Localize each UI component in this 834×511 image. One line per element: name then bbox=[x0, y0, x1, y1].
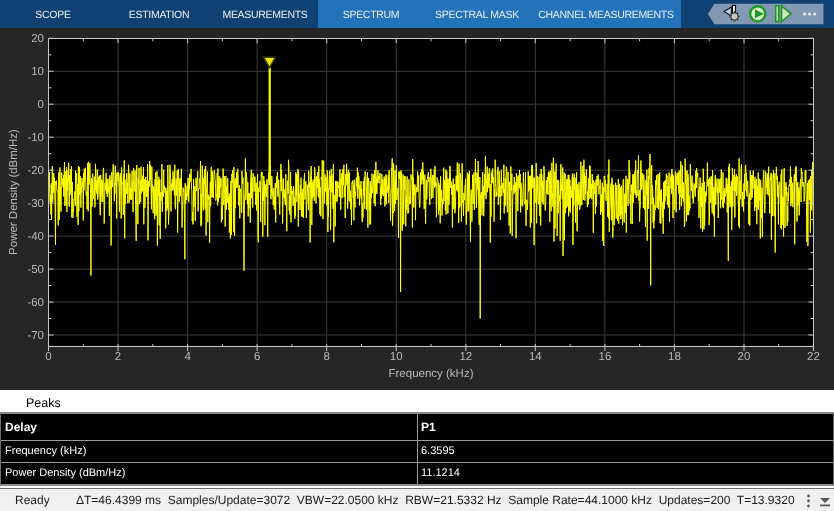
svg-text:14: 14 bbox=[529, 351, 542, 363]
svg-text:4: 4 bbox=[184, 351, 191, 363]
svg-text:16: 16 bbox=[599, 351, 612, 363]
svg-text:8: 8 bbox=[323, 351, 329, 363]
svg-text:-70: -70 bbox=[27, 330, 44, 342]
svg-text:Power Density (dBm/Hz): Power Density (dBm/Hz) bbox=[8, 129, 20, 255]
svg-text:-40: -40 bbox=[27, 231, 44, 243]
svg-text:-50: -50 bbox=[27, 264, 44, 276]
svg-text:2: 2 bbox=[115, 351, 121, 363]
svg-text:18: 18 bbox=[668, 351, 681, 363]
svg-text:20: 20 bbox=[31, 33, 44, 45]
svg-text:6: 6 bbox=[254, 351, 260, 363]
svg-text:-20: -20 bbox=[27, 165, 44, 177]
svg-text:22: 22 bbox=[807, 351, 820, 363]
svg-text:20: 20 bbox=[738, 351, 751, 363]
svg-text:-60: -60 bbox=[27, 297, 44, 309]
svg-text:10: 10 bbox=[390, 351, 403, 363]
svg-text:12: 12 bbox=[459, 351, 472, 363]
svg-text:10: 10 bbox=[31, 66, 44, 78]
svg-text:0: 0 bbox=[38, 99, 44, 111]
svg-text:-30: -30 bbox=[27, 198, 44, 210]
svg-text:-10: -10 bbox=[27, 132, 44, 144]
svg-text:0: 0 bbox=[45, 351, 51, 363]
svg-text:Frequency (kHz): Frequency (kHz) bbox=[389, 368, 474, 380]
